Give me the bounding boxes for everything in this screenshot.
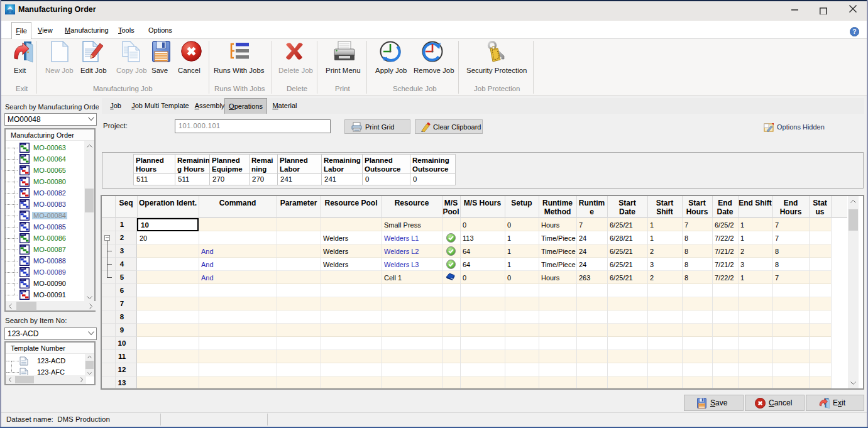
svg-text:?: ? bbox=[852, 28, 856, 35]
